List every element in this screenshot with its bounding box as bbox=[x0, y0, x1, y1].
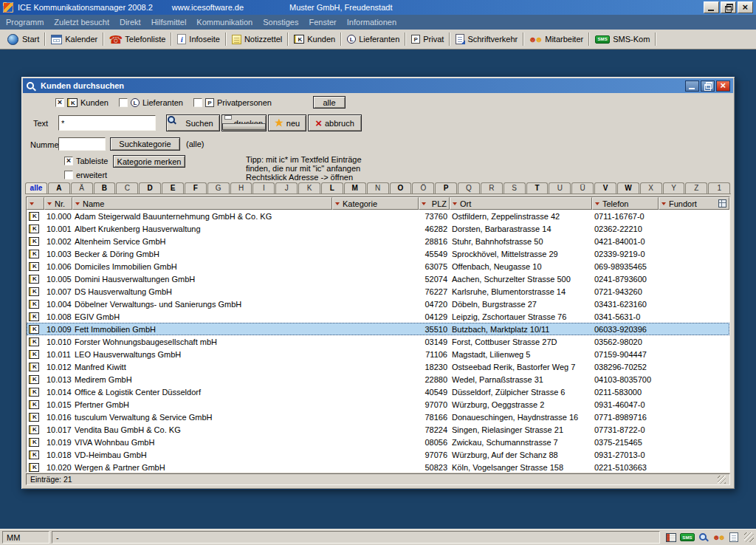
column-header-name[interactable]: Name bbox=[72, 197, 332, 210]
dialog-close-button[interactable] bbox=[716, 80, 730, 92]
column-header-telefon[interactable]: Telefon bbox=[592, 197, 659, 210]
toolbar-item-lieferanten[interactable]: Lieferanten bbox=[343, 31, 404, 47]
restore-button[interactable] bbox=[721, 1, 736, 13]
table-row[interactable]: 10.006Domiciles Immobilien GmbH63075Offe… bbox=[27, 260, 729, 272]
column-header-icon[interactable] bbox=[27, 197, 44, 210]
menu-item-programm[interactable]: Programm bbox=[6, 18, 44, 27]
tab-k[interactable]: K bbox=[298, 182, 320, 193]
kategorie-merken-button[interactable]: Kategorie merken bbox=[113, 155, 185, 168]
toolbar-item-privat[interactable]: Privat bbox=[407, 31, 448, 47]
table-row[interactable]: 10.011LEO Hausverwaltungs GmbH71106Magst… bbox=[27, 348, 729, 360]
search-contact-icon[interactable] bbox=[698, 532, 709, 542]
tab-w[interactable]: W bbox=[617, 182, 639, 193]
table-row[interactable]: 10.007DS Hausverwaltung GmbH76227Karlsru… bbox=[27, 285, 729, 298]
table-row[interactable]: 10.003Becker & Döring GmbH45549Sprockhöv… bbox=[27, 247, 729, 260]
column-header-plz[interactable]: PLZ bbox=[419, 197, 450, 210]
column-header-fundort[interactable]: Fundort bbox=[659, 197, 729, 210]
menu-item-direkt[interactable]: Direkt bbox=[120, 18, 141, 27]
tab-g[interactable]: G bbox=[207, 182, 230, 193]
column-header-ort[interactable]: Ort bbox=[450, 197, 592, 210]
table-row[interactable]: 10.015Pfertner GmbH97070Würzburg, Oeggst… bbox=[27, 398, 729, 411]
table-row[interactable]: 10.010Forster Wohnungsbaugesellschaft mb… bbox=[27, 335, 729, 348]
tab-j[interactable]: J bbox=[275, 182, 298, 193]
filter-privatpersonen[interactable]: Privatpersonen bbox=[193, 98, 272, 107]
table-row[interactable]: 10.009Fett Immobilien GmbH35510Butzbach,… bbox=[27, 323, 729, 335]
tab-l[interactable]: L bbox=[321, 182, 343, 193]
dialog-maximize-button[interactable] bbox=[701, 80, 715, 92]
tab-f[interactable]: F bbox=[185, 182, 207, 193]
erweitert-checkbox[interactable] bbox=[64, 171, 73, 179]
table-row[interactable]: 10.001Albert Krukenberg Hausverwaltung46… bbox=[27, 222, 729, 235]
tab-1[interactable]: 1 bbox=[708, 182, 730, 193]
toolbar-item-mitarbeiter[interactable]: Mitarbeiter bbox=[525, 31, 588, 47]
toolbar-item-start[interactable]: Start bbox=[2, 31, 44, 47]
tab-z[interactable]: Z bbox=[685, 182, 707, 193]
notes-icon[interactable] bbox=[729, 532, 738, 542]
table-row[interactable]: 10.012Manfred Kiwitt18230Ostseebad Rerik… bbox=[27, 360, 729, 373]
tab-v[interactable]: V bbox=[594, 182, 616, 193]
toolbar-item-telefonliste[interactable]: Telefonliste bbox=[105, 31, 170, 47]
tableiste-option[interactable]: Tableiste bbox=[64, 157, 108, 165]
table-row[interactable]: 10.000Adam Steigerwald Bauunternehmung G… bbox=[27, 210, 729, 222]
menu-item-kommunikation[interactable]: Kommunikation bbox=[196, 18, 252, 27]
tab-alle[interactable]: alle bbox=[25, 182, 47, 193]
menu-item-fenster[interactable]: Fenster bbox=[309, 18, 336, 27]
toolbar-item-schriftverkehr[interactable]: Schriftverkehr bbox=[451, 31, 522, 47]
table-panel-icon[interactable] bbox=[666, 533, 676, 542]
tab-u[interactable]: U bbox=[549, 182, 571, 193]
erweitert-option[interactable]: erweitert bbox=[64, 171, 107, 179]
toolbar-item-kalender[interactable]: Kalender bbox=[47, 31, 102, 47]
toolbar-item-infoseite[interactable]: Infoseite bbox=[173, 31, 224, 47]
staff-icon[interactable] bbox=[712, 532, 726, 543]
tab-ue[interactable]: Ü bbox=[571, 182, 594, 193]
suchkategorie-button[interactable]: Suchkategorie bbox=[110, 137, 180, 151]
text-input[interactable] bbox=[58, 115, 156, 131]
lieferanten-checkbox[interactable] bbox=[119, 98, 128, 107]
filter-lieferanten[interactable]: Lieferanten bbox=[119, 98, 183, 107]
menu-item-informationen[interactable]: Informationen bbox=[347, 18, 396, 27]
menu-item-sonstiges[interactable]: Sonstiges bbox=[263, 18, 298, 27]
tab-o[interactable]: O bbox=[390, 182, 412, 193]
tab-s[interactable]: S bbox=[504, 182, 526, 193]
close-button[interactable] bbox=[738, 1, 753, 13]
tab-n[interactable]: N bbox=[367, 182, 389, 193]
tab-oe[interactable]: Ö bbox=[412, 182, 434, 193]
toolbar-item-sms-kom[interactable]: SMS-Kom bbox=[591, 31, 654, 47]
tableiste-checkbox[interactable] bbox=[64, 157, 73, 165]
drucken-button[interactable]: drucken bbox=[221, 114, 267, 131]
abbruch-button[interactable]: abbruch bbox=[308, 114, 362, 131]
menu-item-zuletzt-besucht[interactable]: Zuletzt besucht bbox=[54, 18, 109, 27]
tab-r[interactable]: R bbox=[481, 182, 503, 193]
table-row[interactable]: 10.017Vendita Bau GmbH & Co. KG78224Sing… bbox=[27, 423, 729, 436]
tab-y[interactable]: Y bbox=[663, 182, 685, 193]
dialog-resize-grip[interactable] bbox=[718, 476, 726, 484]
table-row[interactable]: 10.008EGIV GmbH04129Leipzig, Zschortauer… bbox=[27, 310, 729, 323]
filter-kunden[interactable]: Kunden bbox=[55, 98, 109, 107]
sms-icon[interactable] bbox=[680, 533, 695, 541]
table-row[interactable]: 10.018VD-Heimbau GmbH97076Würzburg, Auf … bbox=[27, 448, 729, 461]
table-row[interactable]: 10.013Medirem GmbH22880Wedel, Parnaßstra… bbox=[27, 373, 729, 385]
window-resize-grip[interactable] bbox=[744, 532, 754, 542]
table-row[interactable]: 10.004Döbelner Verwaltungs- und Sanierun… bbox=[27, 298, 729, 310]
tab-d[interactable]: D bbox=[139, 182, 161, 193]
tab-a[interactable]: A bbox=[48, 182, 70, 193]
table-row[interactable]: 10.019VIVA Wohnbau GmbH08056Zwickau, Sch… bbox=[27, 436, 729, 448]
neu-button[interactable]: neu bbox=[268, 114, 306, 131]
tab-b[interactable]: B bbox=[94, 182, 116, 193]
dialog-minimize-button[interactable] bbox=[685, 80, 699, 92]
table-row[interactable]: 10.016tusculum Verwaltung & Service GmbH… bbox=[27, 411, 729, 423]
alle-button[interactable]: alle bbox=[313, 96, 346, 109]
tab-q[interactable]: Q bbox=[458, 182, 480, 193]
table-row[interactable]: 10.020Wergen & Partner GmbH50823Köln, Vo… bbox=[27, 461, 729, 472]
tab-ae[interactable]: Ä bbox=[71, 182, 93, 193]
table-row[interactable]: 10.014Office & Logistik Center Düsseldor… bbox=[27, 385, 729, 398]
toolbar-item-notizzettel[interactable]: Notizzettel bbox=[227, 31, 286, 47]
column-header-nr[interactable]: Nr. bbox=[44, 197, 72, 210]
menu-item-hilfsmittel[interactable]: Hilfsmittel bbox=[151, 18, 187, 27]
tab-e[interactable]: E bbox=[162, 182, 184, 193]
tab-x[interactable]: X bbox=[640, 182, 662, 193]
column-header-kategorie[interactable]: Kategorie bbox=[332, 197, 419, 210]
tab-t[interactable]: T bbox=[526, 182, 549, 193]
tab-i[interactable]: I bbox=[252, 182, 275, 193]
tab-h[interactable]: H bbox=[230, 182, 252, 193]
